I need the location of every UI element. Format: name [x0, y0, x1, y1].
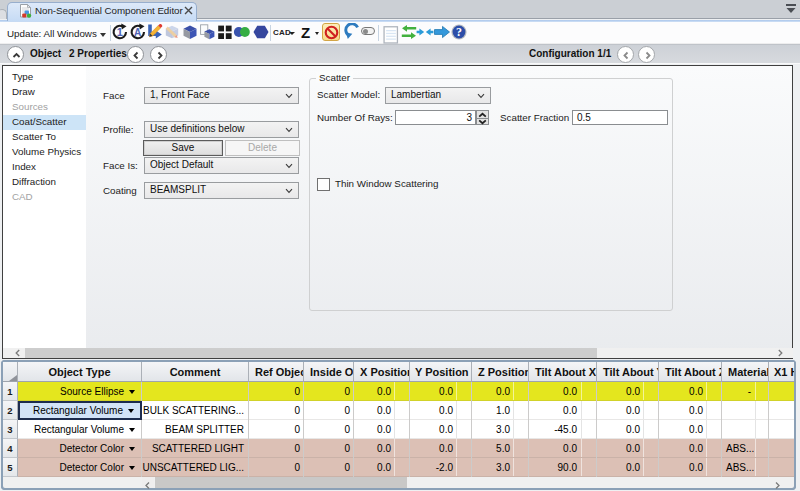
svg-text:A: A: [134, 27, 141, 38]
svg-text:1: 1: [117, 26, 123, 38]
svg-text:?: ?: [456, 25, 462, 39]
